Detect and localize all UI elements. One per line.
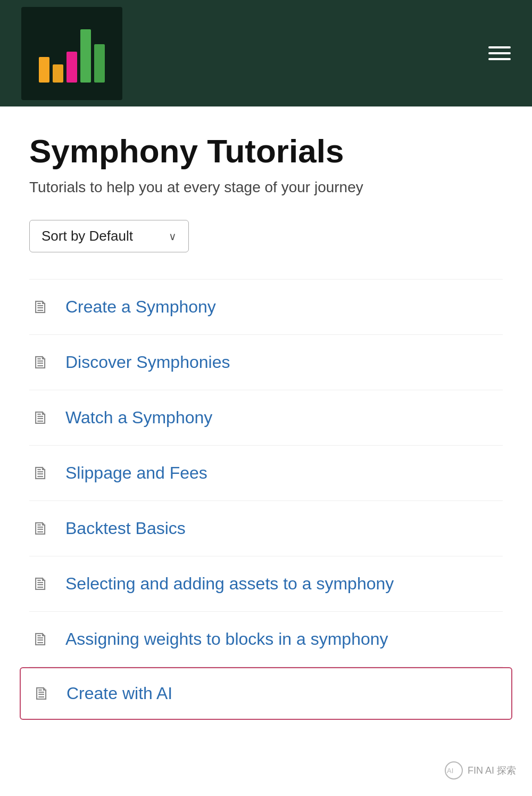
logo[interactable] xyxy=(21,7,122,100)
list-item[interactable]: 🗎 Selecting and adding assets to a symph… xyxy=(29,556,503,612)
tutorial-list: 🗎 Create a Symphony 🗎 Discover Symphonie… xyxy=(29,279,503,720)
hamburger-menu[interactable] xyxy=(488,46,511,60)
tutorial-label: Create a Symphony xyxy=(65,297,216,317)
list-item[interactable]: 🗎 Create a Symphony xyxy=(29,279,503,335)
list-item[interactable]: 🗎 Assigning weights to blocks in a symph… xyxy=(29,612,503,667)
logo-bars xyxy=(39,24,105,83)
tutorial-label: Watch a Symphony xyxy=(65,408,212,428)
tutorial-label: Create with AI xyxy=(66,684,172,703)
logo-bar-3 xyxy=(66,52,77,83)
tutorial-label: Backtest Basics xyxy=(65,519,186,538)
watermark-text: FIN AI 探索 xyxy=(468,764,516,777)
page-subtitle: Tutorials to help you at every stage of … xyxy=(29,179,503,196)
sort-dropdown[interactable]: Sort by Default ∨ xyxy=(29,220,189,252)
list-item[interactable]: 🗎 Backtest Basics xyxy=(29,501,503,556)
logo-bar-2 xyxy=(53,64,63,83)
sort-dropdown-label: Sort by Default xyxy=(41,228,133,244)
document-icon: 🗎 xyxy=(29,573,53,594)
list-item[interactable]: 🗎 Watch a Symphony xyxy=(29,390,503,446)
document-icon: 🗎 xyxy=(29,463,53,483)
main-content: Symphony Tutorials Tutorials to help you… xyxy=(0,106,532,752)
tutorial-label: Slippage and Fees xyxy=(65,463,207,483)
hamburger-line-1 xyxy=(488,46,511,48)
document-icon: 🗎 xyxy=(29,407,53,428)
logo-bar-1 xyxy=(39,57,49,83)
list-item[interactable]: 🗎 Slippage and Fees xyxy=(29,446,503,501)
chevron-down-icon: ∨ xyxy=(169,230,177,243)
svg-text:AI: AI xyxy=(447,767,453,775)
hamburger-line-2 xyxy=(488,52,511,54)
logo-bar-4 xyxy=(80,29,91,83)
tutorial-label: Selecting and adding assets to a symphon… xyxy=(65,574,394,594)
page-title: Symphony Tutorials xyxy=(29,133,503,169)
list-item-highlighted[interactable]: 🗎 Create with AI xyxy=(20,667,512,720)
document-icon: 🗎 xyxy=(29,518,53,539)
tutorial-label: Assigning weights to blocks in a symphon… xyxy=(65,629,388,649)
document-icon: 🗎 xyxy=(30,683,54,704)
document-icon: 🗎 xyxy=(29,297,53,317)
watermark-logo: AI xyxy=(444,761,463,780)
tutorial-label: Discover Symphonies xyxy=(65,352,230,372)
list-item[interactable]: 🗎 Discover Symphonies xyxy=(29,335,503,390)
logo-bar-5 xyxy=(94,44,105,83)
hamburger-line-3 xyxy=(488,58,511,60)
app-header xyxy=(0,0,532,106)
document-icon: 🗎 xyxy=(29,352,53,373)
document-icon: 🗎 xyxy=(29,629,53,650)
watermark: AI FIN AI 探索 xyxy=(444,761,516,780)
